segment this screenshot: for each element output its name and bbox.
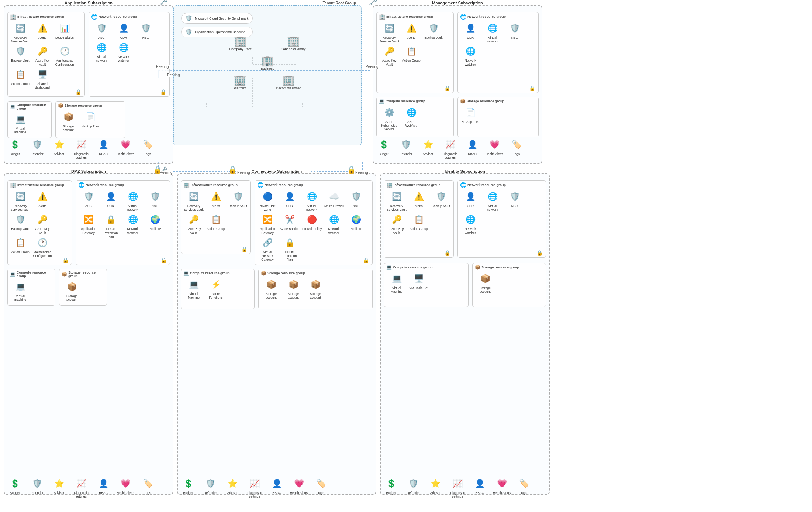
conn-udr: 👤UDR [279,190,300,212]
mgmt-health-alerts[interactable]: 💗Health Alerts [484,138,505,156]
mgmt-udr: 👤UDR [460,22,481,43]
mgmt-budget[interactable]: 💲Budget [373,138,394,156]
alerts-icon-cell: ⚠️ Alerts [32,22,53,43]
id-defender[interactable]: 🛡️Defender [403,477,424,495]
app-infra-rg: 🏢 Infrastructure resource group 🔄 Recove… [7,12,85,97]
mgmt-action: 📋Action Group [401,45,422,66]
mgmt-diagnostic[interactable]: 📈Diagnostic settings [440,138,460,159]
id-keyvault: 🔑Azure Key Vault [386,213,407,234]
app-compute-rg-label: 💻 Compute resource group [8,102,51,111]
diagnostic-icon[interactable]: 📈Diagnostic settings [71,138,91,159]
dmz-maintenance: 🕐Maintenance Configuration [32,236,53,258]
mgmt-storage-rg: 📦 Storage resource group 📄NetApp Files [457,97,539,137]
health-alerts-icon[interactable]: 💗Health Alerts [115,138,136,156]
peering-lock-3: 🔒 [347,165,356,174]
nsg-cell: 🛡️ NSG [135,22,156,39]
tenant-root-label: Tenant Root Group [321,1,357,5]
dmz-storage: 📦Storage account [62,280,82,302]
id-rbac[interactable]: 👤RBAC [469,477,490,495]
dmz-health[interactable]: 💗Health Alerts [115,477,136,495]
benchmark-label: Microsoft Cloud Security Benchmark [195,17,249,20]
conn-diag[interactable]: 📈Diagnostic settings [244,477,265,498]
dmz-diag[interactable]: 📈Diagnostic settings [71,477,91,498]
conn-storage3: 📦Storage account [305,278,326,299]
conn-toolbar: 💲Budget 🛡️Defender ⭐Advisor 📈Diagnostic … [177,476,332,499]
id-budget[interactable]: 💲Budget [381,477,401,495]
dmz-udr: 👤UDR [100,190,121,212]
dmz-recovery: 🔄Recovery Services Vault [10,190,31,212]
id-storage: 📦Storage account [475,272,495,293]
bottom-center-peering: Peering [236,171,251,175]
tags-icon[interactable]: 🏷️Tags [137,138,158,156]
app-network-rg: 🌐 Network resource group 🛡️ ASG 👤 UDR 🛡️… [89,12,170,97]
mgmt-nsg: 🛡️NSG [504,22,525,43]
mgmt-compute-rg: 💻 Compute resource group ⚙️Azure Kuberne… [376,97,454,137]
dmz-alerts: ⚠️Alerts [32,190,53,212]
conn-appgw: 🔀Application Gateway [257,213,278,234]
conn-vnet: 🌐Virtual network [301,190,322,212]
top-right-peering: Peering [364,65,379,69]
advisor-icon[interactable]: ⭐Advisor [49,138,69,156]
app-toolbar: 💲Budget 🛡️Defender ⭐Advisor 📈Diagnostic … [4,137,159,160]
mgmt-netwatch: 🌐Network watcher [460,45,481,66]
conn-recovery: 🔄Recovery Services Vault [183,190,204,212]
id-alerts: ⚠️Alerts [408,190,429,212]
dmz-vnet: 🌐Virtual network [122,190,143,212]
conn-vnetgw: 🔗Virtual Network Gateway [257,236,278,262]
id-vnet: 🌐Virtual network [482,190,503,212]
id-diag[interactable]: 📈Diagnostic settings [447,477,468,498]
dmz-advisor[interactable]: ⭐Advisor [49,477,69,495]
dmz-tags[interactable]: 🏷️Tags [137,477,158,495]
mgmt-defender[interactable]: 🛡️Defender [395,138,416,156]
mgmt-toolbar: 💲Budget 🛡️Defender ⭐Advisor 📈Diagnostic … [373,137,528,160]
id-nsg: 🛡️NSG [504,190,525,212]
conn-storage1: 📦Storage account [261,278,281,299]
network-watcher-cell: 🌐 Network watcher [113,41,134,62]
mgmt-netapp: 📄NetApp Files [460,106,481,124]
id-advisor[interactable]: ⭐Advisor [425,477,446,495]
dmz-keyvault: 🔑Azure Key Vault [32,213,53,234]
recovery-services-vault: 🔄 Recovery Services Vault [10,22,31,43]
conn-budget[interactable]: 💲Budget [178,477,198,495]
dmz-asg: 🛡️ASG [78,190,99,212]
conn-functions: ⚡Azure Functions [205,278,226,299]
mgmt-aks: ⚙️Azure Kubernetes Service [379,106,400,131]
defender-icon[interactable]: 🛡️Defender [27,138,47,156]
dmz-subscription: DMZ Subscription 🗝️ 🏢 Infrastructure res… [4,173,173,495]
conn-health[interactable]: 💗Health Alerts [288,477,309,495]
dmz-netwatch: 🌐Network watcher [122,213,143,238]
id-health[interactable]: 💗Health Alerts [491,477,512,495]
id-tags[interactable]: 🏷️Tags [514,477,534,495]
conn-advisor[interactable]: ⭐Advisor [222,477,243,495]
mgmt-rbac[interactable]: 👤RBAC [462,138,483,156]
conn-defender[interactable]: 🛡️Defender [200,477,221,495]
mgmt-subscription-label: Management Subscription [430,1,485,5]
id-network-rg: 🌐 Network resource group 👤UDR 🌐Virtual n… [457,180,546,258]
id-udr: 👤UDR [460,190,481,212]
conn-bastion: ✂️Azure Bastion [279,213,300,234]
conn-alerts: ⚠️Alerts [205,190,226,212]
conn-vm: 💻Virtual Machine [183,278,204,299]
rbac-icon[interactable]: 👤RBAC [93,138,114,156]
app-compute-rg: 💻 Compute resource group 💻 Virtual machi… [7,101,52,138]
budget-icon[interactable]: 💲Budget [4,138,25,156]
azure-key-vault-cell: 🔑 Azure Key Vault [32,45,53,66]
dmz-budget[interactable]: 💲Budget [4,477,25,495]
tenant-root-box: Tenant Root Group 🛡️ Microsoft Cloud Sec… [173,5,362,145]
mgmt-key-icon: 🗝️ [369,0,377,6]
dmz-rbac[interactable]: 👤RBAC [93,477,114,495]
conn-tags[interactable]: 🏷️Tags [311,477,331,495]
dmz-infra-rg: 🏢 Infrastructure resource group 🔄Recover… [7,180,72,265]
conn-backup: 🛡️Backup Vault [228,190,248,212]
mgmt-keyvault: 🔑Azure Key Vault [379,45,400,66]
platform-node: 🏢 Platform [234,74,246,90]
mgmt-tags[interactable]: 🏷️Tags [506,138,527,156]
dmz-subscription-label: DMZ Subscription [69,169,108,173]
conn-rbac[interactable]: 👤RBAC [266,477,287,495]
identity-subscription: Identity Subscription 🏢 Infrastructure r… [380,173,550,495]
mgmt-advisor[interactable]: ⭐Advisor [418,138,438,156]
udr-cell: 👤 UDR [113,22,134,39]
dmz-defender[interactable]: 🛡️Defender [27,477,47,495]
conn-fw-policy: 🔴Firewall Policy [301,213,322,234]
connectivity-subscription: Connectivity Subscription 🏢 Infrastructu… [177,173,376,495]
